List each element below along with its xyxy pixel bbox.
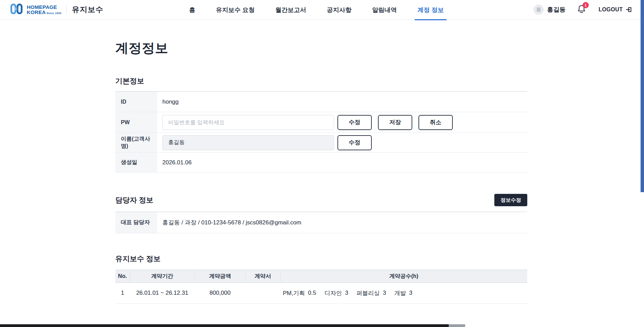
workload-publishing: 퍼블리싱 3 <box>356 289 386 297</box>
logo[interactable]: HOMEPAGE KOREASince 1999 유지보수 <box>10 0 104 19</box>
maintenance-table: No. 계약기간 계약금액 계약서 계약공수(h) 1 26.01.01 ~ 2… <box>115 270 527 304</box>
pw-row: PW 수정 저장 취소 <box>115 112 527 133</box>
id-value: hongg <box>157 98 527 105</box>
pw-cancel-button[interactable]: 취소 <box>418 115 453 130</box>
name-edit-button[interactable]: 수정 <box>337 135 372 150</box>
maintenance-info-heading: 유지보수 정보 <box>115 254 527 264</box>
workload-design: 디자인 3 <box>324 289 348 297</box>
notification-badge: 1 <box>583 2 589 8</box>
name-label: 이름(고객사명) <box>115 133 157 152</box>
maintenance-table-row: 1 26.01.01 ~ 26.12.31 800,000 PM,기획 0.5 … <box>115 283 527 304</box>
basic-info-heading: 기본정보 <box>115 76 527 86</box>
workload-pm: PM,기획 0.5 <box>283 289 316 297</box>
col-contract: 계약서 <box>245 270 280 283</box>
manager-info-table: 대표 담당자 홍길동 / 과장 / 010-1234-5678 / jscs08… <box>115 212 527 233</box>
cell-contract <box>245 283 280 304</box>
manager-edit-button[interactable]: 정보수정 <box>494 194 527 206</box>
customer-name-input[interactable] <box>162 135 334 150</box>
building-icon <box>536 7 541 12</box>
nav-item-notice[interactable]: 공지사항 <box>317 0 362 20</box>
site-title: 유지보수 <box>72 4 104 15</box>
nav-item-alerts[interactable]: 알림내역 <box>362 0 407 20</box>
col-period: 계약기간 <box>130 270 195 283</box>
created-date-row: 생성일 2026.01.06 <box>115 153 527 173</box>
id-row: ID hongg <box>115 92 527 112</box>
horizontal-scrollbar-track[interactable] <box>449 324 465 327</box>
cell-no: 1 <box>115 283 130 304</box>
account-page: 계정정보 기본정보 ID hongg PW 수정 저장 취소 이름(고객사명) <box>115 39 527 304</box>
nav-item-maintenance-request[interactable]: 유지보수 요청 <box>206 0 265 20</box>
top-navbar: HOMEPAGE KOREASince 1999 유지보수 홈 유지보수 요청 … <box>0 0 644 20</box>
main-nav: 홈 유지보수 요청 월간보고서 공지사항 알림내역 계정 정보 <box>179 0 454 20</box>
logo-divider <box>66 5 67 14</box>
workload-dev: 개발 3 <box>394 289 412 297</box>
pw-label: PW <box>115 112 157 132</box>
logout-button[interactable]: LOGOUT <box>599 6 632 13</box>
manager-info-heading: 담당자 정보 <box>115 195 153 205</box>
representative-value: 홍길동 / 과장 / 010-1234-5678 / jscs0826@gmai… <box>157 219 527 226</box>
notification-bell[interactable]: 1 <box>577 4 586 15</box>
created-date-value: 2026.01.06 <box>157 159 527 166</box>
representative-row: 대표 담당자 홍길동 / 과장 / 010-1234-5678 / jscs08… <box>115 212 527 233</box>
cell-period: 26.01.01 ~ 26.12.31 <box>130 283 195 304</box>
logo-text: HOMEPAGE KOREASince 1999 <box>27 4 61 15</box>
logo-since: Since 1999 <box>46 12 61 15</box>
user-name: 홍길동 <box>547 5 566 14</box>
logout-icon <box>625 6 632 13</box>
name-row: 이름(고객사명) 수정 <box>115 133 527 153</box>
maintenance-table-header: No. 계약기간 계약금액 계약서 계약공수(h) <box>115 270 527 283</box>
horizontal-scrollbar-thumb[interactable] <box>0 324 449 327</box>
cell-workload: PM,기획 0.5 디자인 3 퍼블리싱 3 <box>280 283 527 304</box>
password-input[interactable] <box>162 115 334 130</box>
maintenance-info-section: 유지보수 정보 No. 계약기간 계약금액 계약서 계약공수(h) 1 26.0… <box>115 254 527 304</box>
logout-label: LOGOUT <box>599 7 623 13</box>
homepage-korea-logo-icon <box>10 3 23 16</box>
nav-item-home[interactable]: 홈 <box>179 0 206 20</box>
nav-item-account-info[interactable]: 계정 정보 <box>407 0 454 20</box>
manager-info-section: 담당자 정보 정보수정 대표 담당자 홍길동 / 과장 / 010-1234-5… <box>115 194 527 233</box>
pw-save-button[interactable]: 저장 <box>378 115 412 130</box>
navbar-right: 홍길동 1 LOGOUT <box>533 0 632 19</box>
created-date-label: 생성일 <box>115 153 157 172</box>
col-workload: 계약공수(h) <box>280 270 527 283</box>
pw-edit-button[interactable]: 수정 <box>337 115 372 130</box>
vertical-scrollbar-thumb[interactable] <box>641 0 644 192</box>
cell-amount: 800,000 <box>195 283 245 304</box>
user-avatar[interactable] <box>533 4 544 15</box>
col-no: No. <box>115 270 130 283</box>
basic-info-section: 기본정보 ID hongg PW 수정 저장 취소 이름(고객사명) 수 <box>115 76 527 173</box>
id-label: ID <box>115 92 157 112</box>
col-amount: 계약금액 <box>195 270 245 283</box>
page-title: 계정정보 <box>115 39 527 57</box>
nav-item-monthly-report[interactable]: 월간보고서 <box>265 0 317 20</box>
basic-info-table: ID hongg PW 수정 저장 취소 이름(고객사명) 수정 <box>115 91 527 173</box>
representative-label: 대표 담당자 <box>115 212 157 233</box>
